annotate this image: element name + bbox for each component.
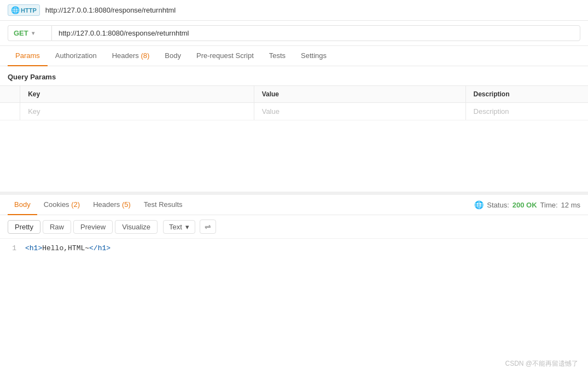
time-value: 12 ms	[561, 201, 580, 209]
code-close-tag: </h1>	[89, 244, 110, 252]
http-badge-text: HTTP	[21, 7, 37, 14]
row-desc[interactable]: Description	[465, 103, 588, 120]
response-section: Body Cookies (2) Headers (5) Test Result…	[0, 195, 588, 258]
code-area: 1 <h1>Hello,HTML~</h1>	[0, 239, 588, 258]
pretty-button[interactable]: Pretty	[8, 220, 40, 234]
col-desc-header: Description	[465, 86, 588, 103]
response-headers-badge: (5)	[122, 200, 131, 209]
table-row: Key Value Description	[0, 103, 588, 120]
code-text: Hello,HTML~	[42, 244, 89, 252]
line-numbers: 1	[8, 244, 16, 252]
globe-icon: 🌐	[474, 200, 484, 209]
format-select[interactable]: Text ▾	[163, 220, 195, 234]
code-content[interactable]: <h1>Hello,HTML~</h1>	[25, 244, 580, 252]
http-badge: 🌐 HTTP	[8, 4, 40, 16]
preview-button[interactable]: Preview	[73, 220, 113, 234]
row-key[interactable]: Key	[20, 103, 254, 120]
spacer	[0, 120, 588, 192]
col-key-header: Key	[20, 86, 254, 103]
http-icon: 🌐	[11, 6, 20, 14]
response-tab-cookies[interactable]: Cookies (2)	[37, 195, 86, 215]
response-toolbar: Pretty Raw Preview Visualize Text ▾ ⇌	[0, 215, 588, 239]
watermark: CSDN @不能再留遗憾了	[505, 359, 578, 368]
tab-body[interactable]: Body	[157, 46, 189, 66]
request-bar: GET ▾	[0, 21, 588, 46]
col-value-header: Value	[254, 86, 465, 103]
status-value: 200 OK	[513, 201, 537, 209]
col-check-header	[0, 86, 20, 103]
method-label: GET	[14, 29, 28, 37]
response-tab-headers[interactable]: Headers (5)	[86, 195, 137, 215]
tab-settings[interactable]: Settings	[293, 46, 334, 66]
response-tab-testresults[interactable]: Test Results	[137, 195, 189, 215]
top-url: http://127.0.0.1:8080/response/returnhtm…	[45, 6, 176, 14]
response-tab-body[interactable]: Body	[8, 195, 37, 215]
tab-tests[interactable]: Tests	[261, 46, 293, 66]
time-label: Time:	[540, 201, 558, 209]
status-label: Status:	[487, 201, 509, 209]
method-select[interactable]: GET ▾	[8, 25, 51, 41]
cookies-badge: (2)	[71, 200, 80, 209]
params-table: Key Value Description Key Value	[0, 85, 588, 120]
response-tabs: Body Cookies (2) Headers (5) Test Result…	[0, 195, 588, 215]
tab-authorization[interactable]: Authorization	[48, 46, 104, 66]
response-status: 🌐 Status: 200 OK Time: 12 ms	[474, 200, 580, 209]
wrap-button[interactable]: ⇌	[200, 220, 216, 234]
top-bar: 🌐 HTTP http://127.0.0.1:8080/response/re…	[0, 0, 588, 21]
tab-params[interactable]: Params	[8, 46, 48, 66]
tab-headers[interactable]: Headers (8)	[104, 46, 158, 66]
url-input[interactable]	[51, 25, 580, 41]
query-params-title: Query Params	[0, 66, 588, 85]
request-tabs: Params Authorization Headers (8) Body Pr…	[0, 46, 588, 66]
headers-badge: (8)	[141, 51, 149, 60]
tab-prerequest[interactable]: Pre-request Script	[189, 46, 261, 66]
row-check	[0, 103, 20, 120]
row-value[interactable]: Value	[254, 103, 465, 120]
visualize-button[interactable]: Visualize	[115, 220, 158, 234]
raw-button[interactable]: Raw	[43, 220, 71, 234]
format-chevron-icon: ▾	[185, 223, 189, 231]
wrap-icon: ⇌	[205, 222, 211, 231]
method-chevron-icon: ▾	[32, 30, 34, 36]
code-open-tag: <h1>	[25, 244, 42, 252]
